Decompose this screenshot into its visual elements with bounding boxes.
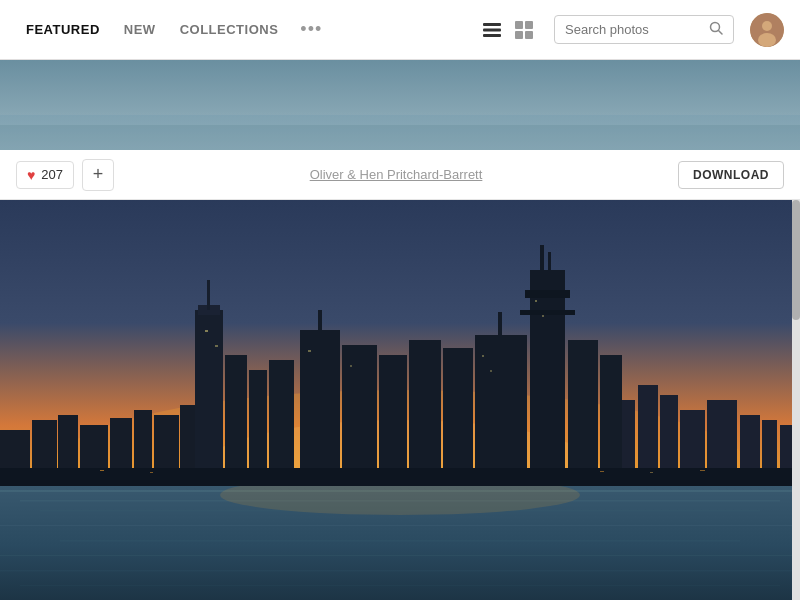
- svg-rect-48: [225, 355, 247, 480]
- svg-rect-5: [515, 31, 523, 39]
- svg-rect-53: [548, 252, 551, 272]
- like-count: 207: [41, 167, 63, 182]
- svg-rect-69: [535, 300, 537, 302]
- grid-view-button[interactable]: [510, 16, 538, 44]
- svg-rect-68: [215, 345, 218, 347]
- svg-rect-57: [600, 355, 622, 480]
- heart-icon: ♥: [27, 167, 35, 183]
- avatar-image: [750, 13, 784, 47]
- user-avatar[interactable]: [750, 13, 784, 47]
- svg-rect-74: [490, 370, 492, 372]
- svg-rect-55: [520, 310, 575, 315]
- svg-rect-56: [568, 340, 598, 480]
- svg-rect-58: [300, 330, 340, 480]
- nav-featured[interactable]: FEATURED: [16, 16, 110, 43]
- svg-rect-62: [409, 340, 441, 480]
- svg-rect-75: [100, 470, 104, 471]
- svg-rect-78: [650, 472, 653, 473]
- svg-point-10: [762, 21, 772, 31]
- svg-rect-23: [60, 540, 740, 542]
- svg-rect-66: [0, 468, 800, 486]
- svg-rect-76: [150, 472, 153, 473]
- add-to-collection-button[interactable]: +: [82, 159, 114, 191]
- main-nav: FEATURED NEW COLLECTIONS •••: [0, 0, 800, 60]
- svg-point-11: [758, 33, 776, 47]
- view-toggle-group: [478, 16, 538, 44]
- svg-rect-4: [525, 21, 533, 29]
- top-image: [0, 60, 800, 150]
- list-view-icon: [483, 23, 501, 37]
- svg-rect-61: [379, 355, 407, 480]
- photo-action-bar: ♥ 207 + Oliver & Hen Pritchard-Barrett D…: [0, 150, 800, 200]
- svg-rect-77: [600, 471, 604, 472]
- scrollbar-thumb[interactable]: [792, 200, 800, 320]
- svg-rect-54: [525, 290, 570, 298]
- svg-rect-6: [525, 31, 533, 39]
- main-photo: [0, 200, 800, 600]
- svg-rect-79: [700, 470, 705, 471]
- svg-rect-47: [207, 280, 210, 310]
- svg-rect-67: [205, 330, 208, 332]
- svg-rect-49: [249, 370, 267, 480]
- svg-rect-50: [269, 360, 294, 480]
- nav-new[interactable]: NEW: [114, 16, 166, 43]
- svg-rect-1: [483, 28, 501, 31]
- download-button[interactable]: DOWNLOAD: [678, 161, 784, 189]
- photographer-link[interactable]: Oliver & Hen Pritchard-Barrett: [310, 167, 483, 182]
- svg-rect-26: [20, 585, 780, 586]
- svg-rect-24: [0, 555, 800, 556]
- svg-rect-60: [342, 345, 377, 480]
- like-button[interactable]: ♥ 207: [16, 161, 74, 189]
- svg-rect-0: [483, 23, 501, 26]
- scrollbar-track: [792, 200, 800, 600]
- svg-rect-70: [542, 315, 544, 317]
- svg-rect-2: [483, 34, 501, 37]
- svg-rect-45: [195, 310, 223, 480]
- svg-rect-52: [540, 245, 544, 273]
- svg-rect-31: [660, 395, 678, 480]
- svg-rect-3: [515, 21, 523, 29]
- grid-view-icon: [515, 21, 533, 39]
- svg-rect-30: [638, 385, 658, 480]
- list-view-button[interactable]: [478, 16, 506, 44]
- svg-rect-65: [498, 312, 502, 337]
- nav-collections[interactable]: COLLECTIONS: [170, 16, 289, 43]
- search-bar: [554, 15, 734, 44]
- svg-line-8: [719, 31, 723, 35]
- search-icon[interactable]: [709, 21, 723, 38]
- skyline-svg: [0, 200, 800, 600]
- svg-rect-22: [0, 525, 800, 526]
- svg-rect-59: [318, 310, 322, 332]
- search-input[interactable]: [565, 22, 703, 37]
- svg-rect-71: [308, 350, 311, 352]
- nav-more[interactable]: •••: [292, 13, 330, 46]
- svg-rect-63: [443, 348, 473, 480]
- svg-rect-25: [0, 570, 800, 572]
- svg-rect-73: [482, 355, 484, 357]
- svg-rect-72: [350, 365, 352, 367]
